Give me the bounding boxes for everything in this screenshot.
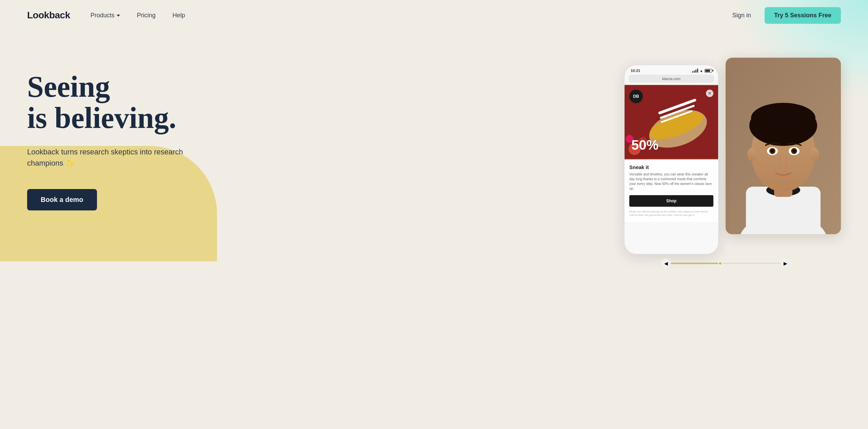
progress-bar-container: ◀ ▶ xyxy=(661,259,790,268)
next-arrow[interactable]: ▶ xyxy=(781,259,790,268)
nav-pricing-link[interactable]: Pricing xyxy=(137,12,156,19)
phone-status-bar: 10:21 ▲ xyxy=(625,65,718,75)
svg-point-8 xyxy=(749,105,817,146)
svg-point-15 xyxy=(771,149,774,153)
phone-url-bar: klarna.com xyxy=(629,75,714,83)
svg-point-16 xyxy=(792,149,796,153)
nav-products-link[interactable]: Products xyxy=(91,12,120,19)
sign-in-link[interactable]: Sign in xyxy=(732,12,751,19)
logo[interactable]: Lookback xyxy=(27,10,70,21)
nav-right: Sign in Try 5 Sessions Free xyxy=(732,7,841,24)
phone-signal: ▲ xyxy=(692,69,712,73)
chevron-down-icon xyxy=(117,15,120,17)
signal-bars-icon xyxy=(692,69,698,73)
phone-product-image: DB ✕ 50% xyxy=(625,85,718,160)
progress-fill xyxy=(671,263,720,264)
hero-section: Seeing is believing. Lookback turns rese… xyxy=(0,31,868,261)
fine-print: Deals are offered directly by the retail… xyxy=(629,210,713,217)
progress-track[interactable] xyxy=(671,263,781,264)
svg-point-9 xyxy=(747,148,757,161)
phone-content: DB ✕ 50% Sneak it Versatile and timeless… xyxy=(625,85,718,241)
try-free-button[interactable]: Try 5 Sessions Free xyxy=(765,7,841,24)
nav-help-link[interactable]: Help xyxy=(173,12,185,19)
phone-mockup: 10:21 ▲ klarna.com xyxy=(624,64,719,255)
pricing-label: Pricing xyxy=(137,12,156,19)
hero-title: Seeing is believing. xyxy=(27,71,183,134)
product-description: Versatile and timeless, you can wear thi… xyxy=(629,172,713,191)
close-button-phone[interactable]: ✕ xyxy=(706,90,713,97)
svg-point-10 xyxy=(810,148,819,161)
product-title: Sneak it xyxy=(629,164,713,170)
nav-left: Lookback Products Pricing Help xyxy=(27,10,185,21)
person-face xyxy=(726,58,841,234)
progress-dot xyxy=(718,261,722,265)
person-photo xyxy=(726,58,841,234)
phone-product-info: Sneak it Versatile and timeless, you can… xyxy=(625,160,718,222)
sparkle-icon: ✨ xyxy=(65,157,75,169)
hero-content: Seeing is believing. Lookback turns rese… xyxy=(27,51,183,210)
prev-arrow[interactable]: ◀ xyxy=(661,259,671,268)
hero-subtitle: Lookback turns research skeptics into re… xyxy=(27,146,183,169)
shop-button[interactable]: Shop xyxy=(629,195,713,207)
help-label: Help xyxy=(173,12,185,19)
battery-icon xyxy=(705,69,712,73)
navigation: Lookback Products Pricing Help Sign xyxy=(0,0,868,31)
svg-point-17 xyxy=(773,172,793,180)
phone-url: klarna.com xyxy=(662,77,680,81)
discount-badge: 50% xyxy=(631,137,658,153)
nav-links: Products Pricing Help xyxy=(91,12,185,19)
products-label: Products xyxy=(91,12,115,19)
phone-time: 10:21 xyxy=(631,69,640,73)
brand-circle: DB xyxy=(629,90,643,103)
book-demo-button[interactable]: Book a demo xyxy=(27,189,97,210)
hero-images: 10:21 ▲ klarna.com xyxy=(610,58,841,255)
wifi-icon: ▲ xyxy=(699,69,703,73)
